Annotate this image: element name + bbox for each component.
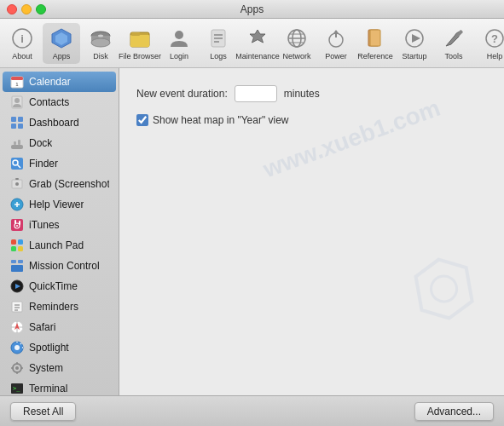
- title-bar: Apps: [0, 0, 504, 19]
- toolbar-power-label: Power: [325, 52, 347, 60]
- watermark2: [404, 250, 484, 333]
- svg-rect-39: [11, 145, 23, 149]
- terminal-icon: >_: [9, 381, 25, 395]
- toolbar-file-browser-label: File Browser: [119, 52, 161, 60]
- event-duration-label: New event duration:: [136, 88, 228, 100]
- toolbar-maintenance[interactable]: Maintenance: [239, 23, 276, 64]
- svg-rect-58: [11, 246, 16, 251]
- sidebar-contacts-label: Contacts: [29, 96, 69, 108]
- reference-icon: [363, 26, 387, 50]
- svg-rect-24: [370, 30, 380, 46]
- itunes-icon: [9, 217, 25, 233]
- svg-rect-41: [18, 140, 20, 145]
- safari-icon: [9, 320, 25, 335]
- sidebar-item-dashboard[interactable]: Dashboard: [3, 112, 116, 133]
- toolbar-tools-label: Tools: [444, 52, 462, 60]
- toolbar-logs-label: Logs: [210, 52, 227, 60]
- svg-point-74: [14, 345, 20, 350]
- svg-point-46: [15, 182, 19, 186]
- about-icon: i: [10, 26, 34, 50]
- toolbar-logs[interactable]: Logs: [200, 23, 237, 64]
- close-button[interactable]: [7, 4, 17, 14]
- sidebar-item-dock[interactable]: Dock: [3, 133, 116, 153]
- toolbar-login[interactable]: Login: [160, 23, 198, 64]
- sidebar-item-mission-control[interactable]: Mission Control: [3, 256, 116, 276]
- startup-icon: [403, 26, 426, 50]
- sidebar-item-help-viewer[interactable]: Help Viewer: [3, 194, 116, 215]
- toolbar-network[interactable]: Network: [278, 23, 316, 64]
- toolbar-network-label: Network: [283, 52, 311, 60]
- svg-point-6: [91, 38, 110, 47]
- sidebar-item-reminders[interactable]: Reminders: [3, 296, 116, 317]
- toolbar-startup-label: Startup: [402, 52, 426, 60]
- svg-rect-59: [18, 246, 23, 251]
- toolbar-maintenance-label: Maintenance: [235, 52, 280, 60]
- content-area: www.xueb1.com New event duration: minute…: [119, 68, 504, 395]
- sidebar-spotlight-label: Spotlight: [29, 342, 69, 354]
- sidebar-item-system[interactable]: System: [3, 358, 116, 378]
- sidebar-mission-control-label: Mission Control: [29, 260, 100, 272]
- sidebar-item-quicktime[interactable]: QuickTime: [3, 276, 116, 296]
- sidebar-calendar-label: Calendar: [29, 76, 71, 88]
- window-title: Apps: [240, 3, 264, 15]
- svg-rect-47: [15, 178, 19, 180]
- toolbar-reference-label: Reference: [357, 52, 393, 60]
- toolbar-startup[interactable]: Startup: [396, 23, 433, 64]
- svg-rect-55: [14, 220, 16, 224]
- svg-rect-9: [130, 35, 149, 47]
- event-duration-input[interactable]: [235, 85, 277, 102]
- toolbar-about[interactable]: i About: [3, 23, 41, 64]
- toolbar: i About Apps Disk: [0, 19, 504, 68]
- reminders-icon: [9, 299, 25, 314]
- toolbar-power[interactable]: Power: [317, 23, 355, 64]
- sidebar-item-safari[interactable]: Safari: [3, 317, 116, 337]
- sidebar-itunes-label: iTunes: [29, 219, 60, 231]
- sidebar-item-finder[interactable]: Finder: [3, 153, 116, 174]
- svg-text:>_: >_: [13, 385, 20, 392]
- disk-icon: [89, 26, 113, 50]
- svg-rect-40: [14, 141, 16, 145]
- reset-all-button[interactable]: Reset All: [10, 402, 76, 421]
- sidebar-item-spotlight[interactable]: Spotlight: [3, 337, 116, 358]
- sidebar-dock-label: Dock: [29, 137, 52, 149]
- calendar-icon: 1: [9, 74, 25, 89]
- sidebar-finder-label: Finder: [29, 158, 58, 170]
- svg-rect-37: [11, 124, 16, 129]
- toolbar-reference[interactable]: Reference: [356, 23, 394, 64]
- svg-rect-38: [18, 124, 23, 129]
- toolbar-apps[interactable]: Apps: [43, 23, 80, 64]
- svg-rect-31: [11, 77, 23, 80]
- sidebar-item-grab[interactable]: Grab (Screenshot): [3, 174, 116, 194]
- window-controls[interactable]: [7, 4, 46, 14]
- dock-icon: [9, 135, 25, 151]
- heat-map-label: Show heat map in "Year" view: [153, 114, 289, 126]
- contacts-icon: [9, 95, 25, 110]
- minimize-button[interactable]: [21, 4, 32, 14]
- maximize-button[interactable]: [36, 4, 46, 14]
- toolbar-file-browser[interactable]: File Browser: [121, 23, 159, 64]
- toolbar-help[interactable]: ? Help: [476, 23, 504, 64]
- svg-point-34: [14, 98, 20, 103]
- heat-map-checkbox[interactable]: [136, 114, 148, 126]
- svg-point-79: [15, 366, 19, 370]
- sidebar-item-contacts[interactable]: Contacts: [3, 92, 116, 112]
- heat-map-row: Show heat map in "Year" view: [136, 114, 487, 126]
- advanced-button[interactable]: Advanced...: [414, 402, 494, 421]
- svg-rect-62: [11, 265, 23, 272]
- toolbar-tools[interactable]: Tools: [435, 23, 472, 64]
- heat-map-checkbox-wrap[interactable]: Show heat map in "Year" view: [136, 114, 289, 126]
- svg-rect-60: [11, 260, 16, 263]
- grab-icon: [9, 176, 25, 192]
- network-icon: [285, 26, 309, 50]
- main-layout: 1 Calendar Contacts: [0, 68, 504, 395]
- svg-line-76: [20, 343, 21, 344]
- sidebar-item-calendar[interactable]: 1 Calendar: [3, 72, 116, 92]
- toolbar-login-label: Login: [170, 52, 188, 60]
- sidebar-item-itunes[interactable]: iTunes: [3, 215, 116, 235]
- svg-marker-90: [414, 255, 474, 322]
- sidebar-grab-label: Grab (Screenshot): [29, 178, 109, 190]
- system-icon: [9, 360, 25, 376]
- sidebar-item-launch-pad[interactable]: Launch Pad: [3, 235, 116, 256]
- toolbar-disk[interactable]: Disk: [82, 23, 119, 64]
- sidebar-item-terminal[interactable]: >_ Terminal: [3, 378, 116, 395]
